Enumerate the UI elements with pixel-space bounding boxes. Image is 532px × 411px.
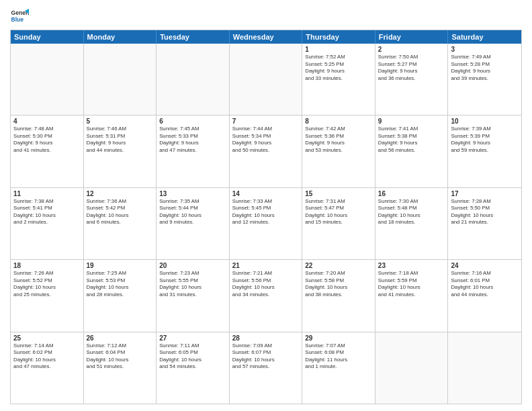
day-info: Sunrise: 7:30 AMSunset: 5:48 PMDaylight:… — [378, 198, 445, 226]
day-number: 18 — [13, 262, 81, 269]
calendar-cell: 26Sunrise: 7:12 AMSunset: 6:04 PMDayligh… — [84, 332, 157, 404]
calendar: SundayMondayTuesdayWednesdayThursdayFrid… — [10, 30, 522, 404]
day-number: 15 — [305, 190, 372, 197]
day-info: Sunrise: 7:09 AMSunset: 6:07 PMDaylight:… — [232, 342, 300, 371]
calendar-cell — [157, 44, 230, 115]
calendar-cell: 20Sunrise: 7:23 AMSunset: 5:55 PMDayligh… — [157, 260, 230, 331]
day-info: Sunrise: 7:46 AMSunset: 5:31 PMDaylight:… — [87, 126, 154, 154]
page: General Blue SundayMondayTuesdayWednesda… — [0, 0, 532, 411]
day-info: Sunrise: 7:28 AMSunset: 5:50 PMDaylight:… — [451, 198, 519, 226]
calendar-cell: 17Sunrise: 7:28 AMSunset: 5:50 PMDayligh… — [448, 188, 521, 259]
day-number: 6 — [159, 118, 226, 125]
calendar-cell — [448, 332, 521, 404]
day-number: 27 — [159, 334, 226, 342]
weekday-header: Tuesday — [157, 30, 230, 44]
calendar-cell: 5Sunrise: 7:46 AMSunset: 5:31 PMDaylight… — [84, 116, 157, 187]
calendar-cell: 2Sunrise: 7:50 AMSunset: 5:27 PMDaylight… — [375, 44, 449, 115]
weekday-header: Wednesday — [230, 30, 303, 44]
day-info: Sunrise: 7:11 AMSunset: 6:05 PMDaylight:… — [159, 342, 226, 371]
day-number: 26 — [87, 334, 154, 342]
calendar-cell: 29Sunrise: 7:07 AMSunset: 6:08 PMDayligh… — [302, 332, 375, 404]
logo-icon: General Blue — [10, 7, 29, 26]
weekday-header: Thursday — [302, 30, 375, 44]
day-info: Sunrise: 7:33 AMSunset: 5:45 PMDaylight:… — [232, 198, 300, 226]
calendar-cell: 18Sunrise: 7:26 AMSunset: 5:52 PMDayligh… — [11, 260, 84, 331]
day-number: 14 — [232, 190, 300, 197]
day-info: Sunrise: 7:52 AMSunset: 5:25 PMDaylight:… — [305, 54, 372, 82]
calendar-cell: 14Sunrise: 7:33 AMSunset: 5:45 PMDayligh… — [230, 188, 303, 259]
day-info: Sunrise: 7:39 AMSunset: 5:39 PMDaylight:… — [451, 126, 519, 154]
day-number: 19 — [87, 262, 154, 269]
day-info: Sunrise: 7:16 AMSunset: 6:01 PMDaylight:… — [451, 270, 519, 298]
calendar-cell: 28Sunrise: 7:09 AMSunset: 6:07 PMDayligh… — [230, 332, 303, 404]
calendar-row: 4Sunrise: 7:48 AMSunset: 5:30 PMDaylight… — [11, 116, 521, 187]
day-info: Sunrise: 7:31 AMSunset: 5:47 PMDaylight:… — [305, 198, 372, 226]
day-number: 28 — [232, 334, 300, 342]
calendar-cell: 12Sunrise: 7:36 AMSunset: 5:42 PMDayligh… — [84, 188, 157, 259]
day-info: Sunrise: 7:36 AMSunset: 5:42 PMDaylight:… — [87, 198, 154, 226]
day-number: 4 — [13, 118, 81, 125]
day-number: 13 — [159, 190, 226, 197]
day-info: Sunrise: 7:50 AMSunset: 5:27 PMDaylight:… — [378, 54, 445, 82]
weekday-header: Sunday — [11, 30, 84, 44]
calendar-cell — [84, 44, 157, 115]
calendar-cell: 22Sunrise: 7:20 AMSunset: 5:58 PMDayligh… — [302, 260, 375, 331]
day-info: Sunrise: 7:38 AMSunset: 5:41 PMDaylight:… — [13, 198, 81, 226]
calendar-cell: 7Sunrise: 7:44 AMSunset: 5:34 PMDaylight… — [230, 116, 303, 187]
calendar-body: 1Sunrise: 7:52 AMSunset: 5:25 PMDaylight… — [11, 44, 521, 404]
calendar-cell: 24Sunrise: 7:16 AMSunset: 6:01 PMDayligh… — [448, 260, 521, 331]
calendar-cell: 21Sunrise: 7:21 AMSunset: 5:56 PMDayligh… — [230, 260, 303, 331]
header: General Blue — [10, 7, 522, 26]
day-info: Sunrise: 7:14 AMSunset: 6:02 PMDaylight:… — [13, 342, 81, 371]
day-number: 10 — [451, 118, 519, 125]
calendar-cell: 16Sunrise: 7:30 AMSunset: 5:48 PMDayligh… — [375, 188, 449, 259]
day-number: 22 — [305, 262, 372, 269]
day-number: 29 — [305, 334, 372, 342]
day-number: 20 — [159, 262, 226, 269]
calendar-cell: 9Sunrise: 7:41 AMSunset: 5:38 PMDaylight… — [375, 116, 449, 187]
day-number: 16 — [378, 190, 445, 197]
calendar-cell: 1Sunrise: 7:52 AMSunset: 5:25 PMDaylight… — [302, 44, 375, 115]
day-number: 17 — [451, 190, 519, 197]
calendar-cell — [375, 332, 449, 404]
day-number: 21 — [232, 262, 300, 269]
calendar-cell: 25Sunrise: 7:14 AMSunset: 6:02 PMDayligh… — [11, 332, 84, 404]
day-number: 1 — [305, 46, 372, 53]
day-info: Sunrise: 7:44 AMSunset: 5:34 PMDaylight:… — [232, 126, 300, 154]
day-number: 9 — [378, 118, 445, 125]
weekday-header: Monday — [84, 30, 157, 44]
calendar-cell: 10Sunrise: 7:39 AMSunset: 5:39 PMDayligh… — [448, 116, 521, 187]
weekday-header: Friday — [375, 30, 449, 44]
day-number: 2 — [378, 46, 445, 53]
day-info: Sunrise: 7:25 AMSunset: 5:53 PMDaylight:… — [87, 270, 154, 298]
logo: General Blue — [10, 7, 29, 26]
calendar-cell: 3Sunrise: 7:49 AMSunset: 5:28 PMDaylight… — [448, 44, 521, 115]
day-info: Sunrise: 7:45 AMSunset: 5:33 PMDaylight:… — [159, 126, 226, 154]
calendar-row: 1Sunrise: 7:52 AMSunset: 5:25 PMDaylight… — [11, 44, 521, 116]
calendar-row: 25Sunrise: 7:14 AMSunset: 6:02 PMDayligh… — [11, 332, 521, 404]
day-info: Sunrise: 7:12 AMSunset: 6:04 PMDaylight:… — [87, 342, 154, 371]
day-number: 3 — [451, 46, 519, 53]
calendar-cell — [11, 44, 84, 115]
calendar-cell: 11Sunrise: 7:38 AMSunset: 5:41 PMDayligh… — [11, 188, 84, 259]
day-info: Sunrise: 7:07 AMSunset: 6:08 PMDaylight:… — [305, 342, 372, 371]
day-number: 8 — [305, 118, 372, 125]
day-info: Sunrise: 7:42 AMSunset: 5:36 PMDaylight:… — [305, 126, 372, 154]
calendar-header: SundayMondayTuesdayWednesdayThursdayFrid… — [11, 30, 521, 44]
day-info: Sunrise: 7:18 AMSunset: 5:59 PMDaylight:… — [378, 270, 445, 298]
calendar-cell: 8Sunrise: 7:42 AMSunset: 5:36 PMDaylight… — [302, 116, 375, 187]
day-number: 23 — [378, 262, 445, 269]
day-info: Sunrise: 7:26 AMSunset: 5:52 PMDaylight:… — [13, 270, 81, 298]
day-info: Sunrise: 7:21 AMSunset: 5:56 PMDaylight:… — [232, 270, 300, 298]
calendar-cell: 15Sunrise: 7:31 AMSunset: 5:47 PMDayligh… — [302, 188, 375, 259]
day-info: Sunrise: 7:41 AMSunset: 5:38 PMDaylight:… — [378, 126, 445, 154]
calendar-cell: 27Sunrise: 7:11 AMSunset: 6:05 PMDayligh… — [157, 332, 230, 404]
day-info: Sunrise: 7:20 AMSunset: 5:58 PMDaylight:… — [305, 270, 372, 298]
calendar-row: 11Sunrise: 7:38 AMSunset: 5:41 PMDayligh… — [11, 188, 521, 260]
calendar-cell: 19Sunrise: 7:25 AMSunset: 5:53 PMDayligh… — [84, 260, 157, 331]
day-number: 24 — [451, 262, 519, 269]
calendar-cell: 23Sunrise: 7:18 AMSunset: 5:59 PMDayligh… — [375, 260, 449, 331]
calendar-cell: 4Sunrise: 7:48 AMSunset: 5:30 PMDaylight… — [11, 116, 84, 187]
day-info: Sunrise: 7:35 AMSunset: 5:44 PMDaylight:… — [159, 198, 226, 226]
day-number: 12 — [87, 190, 154, 197]
